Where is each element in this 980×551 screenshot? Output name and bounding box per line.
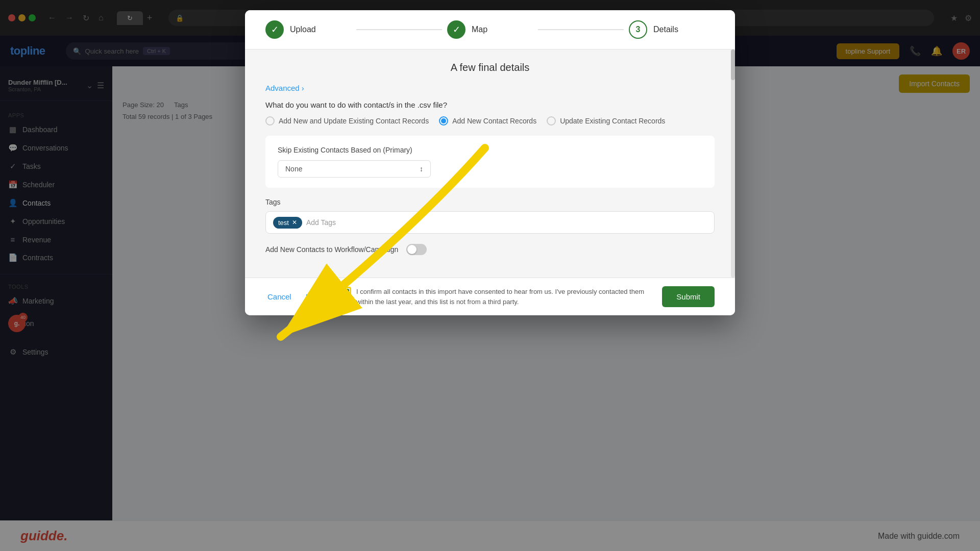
skip-dropdown-value: None — [285, 165, 302, 173]
modal-overlay: ✓ Upload ✓ Map 3 Details A few final det… — [0, 0, 980, 551]
step-details: 3 Details — [629, 20, 715, 39]
import-modal: ✓ Upload ✓ Map 3 Details A few final det… — [245, 10, 735, 315]
step-divider-1 — [356, 29, 442, 30]
advanced-label: Advanced — [265, 84, 300, 92]
consent-checkbox[interactable]: ✓ — [335, 287, 351, 303]
step-upload: ✓ Upload — [265, 20, 351, 39]
step-map-done-icon: ✓ — [447, 20, 465, 39]
radio-group: Add New and Update Existing Contact Reco… — [265, 116, 715, 126]
tag-chip-test: test ✕ — [273, 217, 302, 229]
checkbox-checked-icon: ✓ — [337, 289, 349, 301]
cancel-button[interactable]: Cancel — [265, 288, 293, 305]
consent-section: ✓ I confirm all contacts in this import … — [335, 287, 652, 307]
workflow-row: Add New Contacts to Workflow/Campaign — [265, 244, 715, 255]
radio-outer-1 — [265, 116, 275, 126]
step-details-number: 3 — [629, 20, 647, 39]
tag-add-placeholder: Add Tags — [306, 218, 336, 227]
step-map: ✓ Map — [447, 20, 533, 39]
skip-label: Skip Existing Contacts Based on (Primary… — [278, 146, 702, 154]
radio-label-1: Add New and Update Existing Contact Reco… — [279, 117, 429, 125]
dropdown-arrow-icon: ↕ — [420, 165, 423, 173]
step-upload-label: Upload — [290, 25, 316, 34]
radio-label-2: Add New Contact Records — [452, 117, 536, 125]
skip-dropdown[interactable]: None ↕ — [278, 160, 431, 178]
radio-label-3: Update Existing Contact Records — [560, 117, 665, 125]
tag-remove-icon[interactable]: ✕ — [292, 219, 297, 226]
back-button[interactable]: Back — [304, 288, 325, 305]
scroll-thumb — [731, 49, 735, 80]
submit-button[interactable]: Submit — [662, 286, 715, 307]
modal-stepper: ✓ Upload ✓ Map 3 Details — [245, 10, 735, 49]
chevron-right-icon: › — [302, 84, 304, 92]
tags-section: Tags test ✕ Add Tags — [265, 198, 715, 234]
consent-text: I confirm all contacts in this import ha… — [356, 287, 652, 307]
csv-question: What do you want to do with contact/s in… — [265, 101, 715, 109]
radio-add-and-update[interactable]: Add New and Update Existing Contact Reco… — [265, 116, 429, 126]
radio-add-new[interactable]: Add New Contact Records — [439, 116, 536, 126]
advanced-link[interactable]: Advanced › — [265, 84, 715, 92]
toggle-knob — [407, 245, 416, 254]
step-upload-done-icon: ✓ — [265, 20, 284, 39]
modal-footer: Cancel Back ✓ I confirm all contacts in … — [245, 278, 735, 315]
radio-outer-2 — [439, 116, 448, 126]
workflow-label: Add New Contacts to Workflow/Campaign — [265, 245, 398, 254]
skip-section: Skip Existing Contacts Based on (Primary… — [265, 136, 715, 188]
tags-label: Tags — [265, 198, 715, 206]
radio-update-existing[interactable]: Update Existing Contact Records — [547, 116, 665, 126]
workflow-toggle[interactable] — [406, 244, 427, 255]
step-details-label: Details — [653, 25, 678, 34]
modal-body: A few final details Advanced › What do y… — [245, 49, 735, 278]
step-divider-2 — [538, 29, 624, 30]
radio-inner-2 — [441, 118, 446, 123]
tags-input[interactable]: test ✕ Add Tags — [265, 211, 715, 234]
step-map-label: Map — [472, 25, 487, 34]
tag-chip-label: test — [278, 219, 289, 227]
scroll-bar[interactable] — [731, 49, 735, 278]
modal-title: A few final details — [265, 62, 715, 73]
radio-outer-3 — [547, 116, 556, 126]
